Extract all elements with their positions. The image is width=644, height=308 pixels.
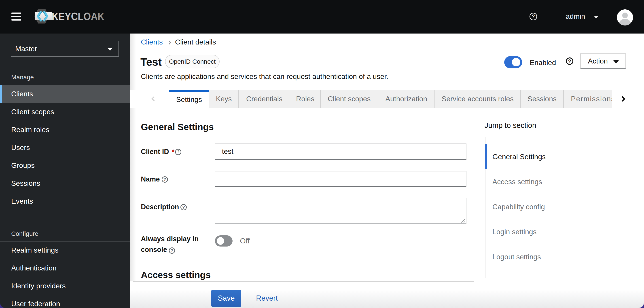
svg-text:KEYCLOAK: KEYCLOAK [52, 10, 104, 22]
